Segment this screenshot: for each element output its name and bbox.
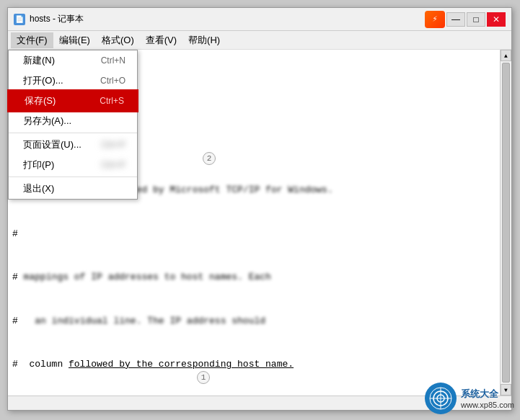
menu-help[interactable]: 帮助(H) xyxy=(182,32,226,48)
line-6: # an individual line. The IP address sho… xyxy=(12,314,495,329)
corner-decoration: ⚡ xyxy=(425,11,445,28)
scroll-thumb[interactable] xyxy=(502,63,510,383)
menu-item-open[interactable]: 打开(O)... Ctrl+O xyxy=(9,71,137,91)
maximize-button[interactable]: □ xyxy=(467,12,485,27)
scrollbar[interactable]: ▲ ▼ xyxy=(500,50,511,396)
blurred-shortcut: Ctrl+P xyxy=(101,140,125,150)
watermark-logo xyxy=(425,383,457,414)
menu-item-saveas[interactable]: 另存为(A)... xyxy=(9,111,137,131)
blurred-shortcut2: Ctrl+P xyxy=(101,160,125,170)
menu-item-exit[interactable]: 退出(X) xyxy=(9,179,137,199)
watermark: 系统大全 www.xp85.com xyxy=(425,383,514,414)
notepad-window: 📄 hosts - 记事本 ⚡ — □ ✕ 文件(F) 编辑(E) 格式(O) … xyxy=(7,7,512,411)
scroll-up-button[interactable]: ▲ xyxy=(501,50,511,61)
watermark-url: www.xp85.com xyxy=(461,401,514,409)
line-7: # column followed by the corresponding h… xyxy=(12,357,495,372)
menu-file[interactable]: 文件(F) xyxy=(11,32,53,48)
file-menu: 新建(N) Ctrl+N 打开(O)... Ctrl+O 保存(S) Ctrl+… xyxy=(8,50,138,200)
menu-bar: 文件(F) 编辑(E) 格式(O) 查看(V) 帮助(H) 新建(N) Ctrl… xyxy=(8,31,511,50)
line-5: # mappings of IP addresses to host names… xyxy=(12,270,495,285)
menu-item-pagesetup[interactable]: 页面设置(U)... Ctrl+P xyxy=(9,135,137,155)
title-controls: — □ ✕ xyxy=(446,12,506,27)
minimize-button[interactable]: — xyxy=(446,12,465,27)
title-bar-left: 📄 hosts - 记事本 xyxy=(14,13,84,25)
menu-view[interactable]: 查看(V) xyxy=(140,32,182,48)
annotation-2: 2 xyxy=(203,152,216,165)
menu-edit[interactable]: 编辑(E) xyxy=(53,32,96,48)
menu-item-print[interactable]: 打印(P) Ctrl+P xyxy=(9,155,137,175)
window-title: hosts - 记事本 xyxy=(30,13,84,25)
menu-separator2 xyxy=(9,177,137,177)
menu-separator xyxy=(9,133,137,133)
watermark-site-name: 系统大全 xyxy=(461,388,514,401)
menu-format[interactable]: 格式(O) xyxy=(96,32,140,48)
app-icon: 📄 xyxy=(14,14,25,25)
close-button[interactable]: ✕ xyxy=(487,12,506,27)
watermark-text: 系统大全 www.xp85.com xyxy=(461,388,514,409)
menu-item-new[interactable]: 新建(N) Ctrl+N xyxy=(9,50,137,71)
line-4: # xyxy=(12,227,495,241)
file-dropdown: 新建(N) Ctrl+N 打开(O)... Ctrl+O 保存(S) Ctrl+… xyxy=(8,50,138,200)
title-bar: 📄 hosts - 记事本 ⚡ — □ ✕ xyxy=(8,8,511,31)
annotation-1: 1 xyxy=(197,371,210,384)
menu-item-save[interactable]: 保存(S) Ctrl+S xyxy=(9,91,137,111)
